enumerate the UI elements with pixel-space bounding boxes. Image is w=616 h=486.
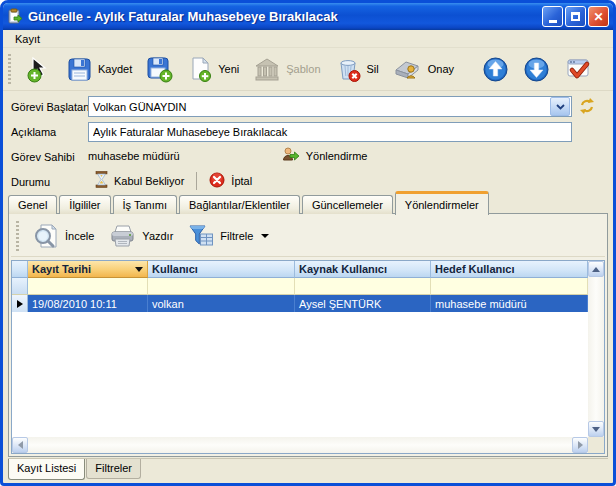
aciklama-input[interactable] bbox=[88, 122, 572, 142]
grid-filter-row bbox=[12, 278, 588, 295]
scrollbar-corner bbox=[588, 437, 604, 453]
approve-button-label: Onay bbox=[428, 63, 454, 75]
window-icon bbox=[7, 8, 23, 26]
move-up-button[interactable] bbox=[475, 53, 516, 86]
save-button[interactable]: Kaydet bbox=[59, 53, 139, 86]
move-down-button[interactable] bbox=[516, 53, 557, 86]
row-marker-cell bbox=[12, 295, 28, 312]
tab-is-tanimi[interactable]: İş Tanımı bbox=[113, 195, 177, 214]
filter-kaynak-kullanici[interactable] bbox=[295, 278, 431, 295]
filter-icon bbox=[187, 222, 215, 250]
new-button[interactable]: Yeni bbox=[180, 53, 246, 86]
print-button-label: Yazdır bbox=[142, 230, 173, 242]
scroll-down-icon[interactable] bbox=[588, 421, 604, 437]
tab-yonlendirmeler[interactable]: Yönlendirmeler bbox=[395, 191, 489, 215]
column-header-kullanici[interactable]: Kullanıcı bbox=[148, 261, 295, 278]
approve-stamp-icon bbox=[393, 56, 423, 83]
template-button-label: Şablon bbox=[286, 63, 320, 75]
gorev-sahibi-value: muhasebe müdürü bbox=[88, 150, 180, 162]
tab-strip: Genel İlgililer İş Tanımı Bağlantılar/Ek… bbox=[8, 193, 608, 214]
hourglass-icon bbox=[95, 171, 108, 190]
template-button: Şablon bbox=[246, 53, 327, 86]
durumu-status: Kabul Bekliyor bbox=[114, 175, 184, 187]
gorevi-baslatan-combobox[interactable]: Volkan GÜNAYDIN bbox=[88, 96, 572, 117]
filter-kayit-tarihi[interactable] bbox=[28, 278, 148, 295]
preview-button-label: İncele bbox=[65, 230, 94, 242]
bottom-tab-kayit-listesi[interactable]: Kayıt Listesi bbox=[8, 459, 85, 480]
window-title: Güncelle - Aylık Faturalar Muhasebeye Bı… bbox=[28, 9, 537, 24]
save-new-icon bbox=[146, 56, 173, 83]
table-row[interactable]: 19/08/2010 10:11 volkan Aysel ŞENTÜRK mu… bbox=[12, 295, 588, 312]
new-button-label: Yeni bbox=[218, 63, 239, 75]
move-up-icon bbox=[482, 56, 509, 83]
filter-button-label: Filtrele bbox=[220, 230, 253, 242]
save-button-label: Kaydet bbox=[98, 63, 132, 75]
save-new-button[interactable] bbox=[139, 53, 180, 86]
title-bar[interactable]: Güncelle - Aylık Faturalar Muhasebeye Bı… bbox=[3, 3, 613, 30]
main-toolbar: Kaydet bbox=[3, 48, 613, 91]
yonlendirme-action[interactable]: Yönlendirme bbox=[306, 150, 368, 162]
print-button[interactable]: Yazdır bbox=[101, 219, 180, 253]
maximize-button[interactable] bbox=[565, 6, 586, 27]
tab-guncellemeler[interactable]: Güncellemeler bbox=[302, 195, 393, 214]
toolbar-grip[interactable] bbox=[8, 54, 11, 84]
cell-kaynak-kullanici[interactable]: Aysel ŞENTÜRK bbox=[295, 295, 431, 312]
filter-dropdown-caret[interactable] bbox=[261, 234, 269, 238]
tab-genel[interactable]: Genel bbox=[8, 195, 57, 214]
durumu-label: Durumu bbox=[11, 176, 50, 188]
sort-desc-icon bbox=[135, 267, 143, 272]
bottom-tab-filtreler[interactable]: Filtreler bbox=[86, 459, 141, 479]
cancel-x-icon[interactable] bbox=[209, 172, 225, 190]
horizontal-scrollbar[interactable] bbox=[12, 437, 588, 453]
redirects-grid: Kayıt Tarihi Kullanıcı Kaynak Kullanıcı … bbox=[11, 260, 605, 454]
current-row-icon bbox=[17, 300, 23, 308]
delete-button-label: Sil bbox=[367, 63, 379, 75]
yonlendirmeler-panel: İncele Yazdır bbox=[8, 213, 608, 457]
header-marker-cell bbox=[12, 261, 28, 278]
tab-ilgililer[interactable]: İlgililer bbox=[59, 195, 110, 214]
dialog-window: Güncelle - Aylık Faturalar Muhasebeye Bı… bbox=[0, 0, 616, 486]
tab-baglantilar-eklentiler[interactable]: Bağlantılar/Eklentiler bbox=[179, 195, 300, 214]
menu-kayit[interactable]: Kayıt bbox=[10, 32, 45, 46]
aciklama-label: Açıklama bbox=[11, 126, 56, 138]
complete-check-icon bbox=[564, 56, 592, 83]
scroll-left-icon[interactable] bbox=[12, 437, 28, 453]
close-button[interactable]: ✕ bbox=[588, 6, 609, 27]
filter-kullanici[interactable] bbox=[148, 278, 295, 295]
status-separator bbox=[196, 172, 197, 190]
gorev-sahibi-label: Görev Sahibi bbox=[11, 151, 75, 163]
iptal-action[interactable]: İptal bbox=[231, 175, 252, 187]
column-header-hedef-kullanici[interactable]: Hedef Kullanıcı bbox=[431, 261, 588, 278]
save-icon bbox=[66, 56, 93, 83]
menu-bar: Kayıt bbox=[3, 30, 613, 48]
select-add-button[interactable] bbox=[17, 52, 59, 86]
chevron-down-icon[interactable] bbox=[550, 97, 570, 116]
filter-button[interactable]: Filtrele bbox=[180, 219, 276, 253]
gorevi-baslatan-value: Volkan GÜNAYDIN bbox=[89, 101, 549, 113]
column-header-kayit-tarihi[interactable]: Kayıt Tarihi bbox=[28, 261, 148, 278]
refresh-icon[interactable] bbox=[578, 97, 596, 117]
form-area: Görevi Başlatan Volkan GÜNAYDIN Açıklama… bbox=[3, 91, 613, 193]
cell-kullanici[interactable]: volkan bbox=[148, 295, 295, 312]
filter-hedef-kullanici[interactable] bbox=[431, 278, 588, 295]
column-header-kaynak-kullanici[interactable]: Kaynak Kullanıcı bbox=[295, 261, 431, 278]
redirect-person-icon[interactable] bbox=[282, 147, 300, 164]
delete-button[interactable]: Sil bbox=[328, 53, 386, 86]
cell-hedef-kullanici[interactable]: muhasebe müdürü bbox=[431, 295, 588, 312]
panel-toolbar-grip[interactable] bbox=[16, 221, 19, 251]
preview-icon bbox=[32, 222, 60, 250]
filter-marker-cell bbox=[12, 278, 28, 295]
cell-kayit-tarihi[interactable]: 19/08/2010 10:11 bbox=[28, 295, 148, 312]
move-down-icon bbox=[523, 56, 550, 83]
delete-icon bbox=[335, 56, 362, 83]
approve-button[interactable]: Onay bbox=[386, 53, 461, 86]
grid-header-row: Kayıt Tarihi Kullanıcı Kaynak Kullanıcı … bbox=[12, 261, 588, 278]
vertical-scrollbar[interactable] bbox=[588, 261, 604, 437]
minimize-button[interactable] bbox=[542, 6, 563, 27]
preview-button[interactable]: İncele bbox=[25, 219, 101, 253]
complete-button[interactable] bbox=[557, 53, 599, 86]
scroll-up-icon[interactable] bbox=[588, 261, 604, 277]
bottom-tab-strip: Kayıt Listesi Filtreler bbox=[8, 458, 608, 480]
cursor-add-icon bbox=[24, 55, 52, 83]
scroll-right-icon[interactable] bbox=[572, 437, 588, 453]
